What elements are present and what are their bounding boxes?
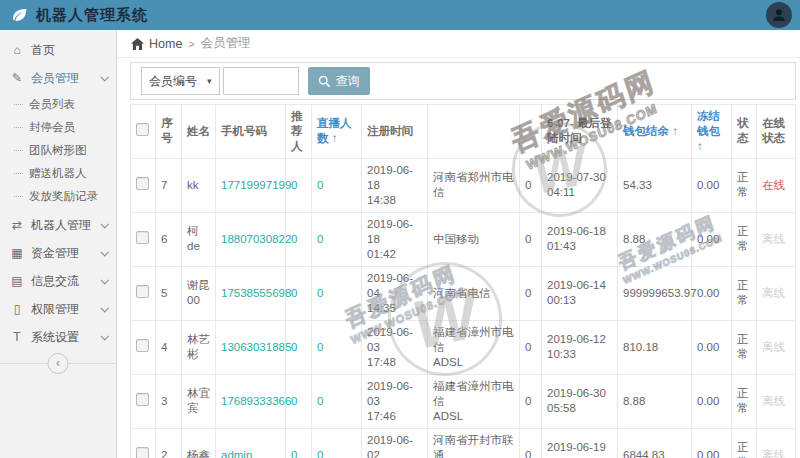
cell-link-referrer[interactable]: 0 bbox=[291, 395, 297, 407]
row-checkbox[interactable] bbox=[136, 393, 149, 406]
cell-link-referrer[interactable]: 0 bbox=[291, 233, 297, 245]
sidebar-item-label: 机器人管理 bbox=[31, 217, 91, 234]
select-all-checkbox[interactable] bbox=[136, 123, 149, 136]
row-checkbox[interactable] bbox=[136, 177, 149, 190]
search-input[interactable] bbox=[223, 67, 299, 95]
cell-location: 中国移动 bbox=[428, 212, 520, 266]
sidebar-item-permissions[interactable]: ▯权限管理 bbox=[0, 295, 116, 323]
cell-name: 柯de bbox=[182, 212, 216, 266]
cell-name: 谢昆00 bbox=[182, 266, 216, 320]
cell-reg: 2019-06-1801:42 bbox=[362, 212, 428, 266]
cell-link-live[interactable]: 0 bbox=[317, 341, 323, 353]
cell-name: 林艺彬 bbox=[182, 320, 216, 374]
cell-wallet: 999999653.97 bbox=[618, 266, 692, 320]
cell-reg: 2019-06-0317:46 bbox=[362, 374, 428, 428]
user-avatar[interactable] bbox=[766, 2, 792, 28]
sidebar-subitem-reward-record[interactable]: 发放奖励记录 bbox=[0, 185, 116, 208]
cell-link-live[interactable]: 0 bbox=[317, 287, 323, 299]
col-wallet[interactable]: 钱包结余 ↑ bbox=[618, 105, 692, 159]
sidebar-subitem-member-list[interactable]: 会员列表 bbox=[0, 93, 116, 116]
sidebar-subitem-team-tree[interactable]: 团队树形图 bbox=[0, 139, 116, 162]
table-row: 6柯de18807030822002019-06-1801:42中国移动0201… bbox=[131, 212, 796, 266]
col-label-status: 状态 bbox=[737, 117, 749, 144]
cell-link-live[interactable]: 0 bbox=[317, 449, 323, 458]
cell-link-referrer[interactable]: 0 bbox=[291, 341, 297, 353]
query-button[interactable]: 查询 bbox=[308, 67, 370, 95]
cell-check bbox=[131, 158, 156, 212]
cell-frozen: 0.00 bbox=[692, 320, 732, 374]
cell-frozen: 0.00 bbox=[692, 428, 732, 458]
row-checkbox[interactable] bbox=[136, 285, 149, 298]
topbar: 机器人管理系统 bbox=[0, 0, 800, 30]
search-type-select[interactable]: 会员编号 ▾ bbox=[141, 67, 220, 95]
search-panel: 会员编号 ▾ 查询 bbox=[130, 62, 796, 100]
cell-line: 2019-06-30 bbox=[547, 386, 613, 401]
cell-online: 离线 bbox=[757, 320, 796, 374]
cell-live: 0 bbox=[312, 320, 362, 374]
col-reg: 注册时间 bbox=[362, 105, 428, 159]
sidebar-item-label: 首页 bbox=[31, 42, 55, 59]
row-checkbox[interactable] bbox=[136, 447, 149, 458]
col-label-phone: 手机号码 bbox=[221, 125, 267, 137]
cell-link-phone[interactable]: 18807030822 bbox=[221, 233, 291, 245]
sidebar-collapse-button[interactable]: ‹ bbox=[48, 353, 69, 374]
person-icon bbox=[771, 7, 787, 23]
table-row: 2杨鑫admin002019-06-0211:10河南省开封市联通ADSL020… bbox=[131, 428, 796, 458]
sidebar-item-label: 资金管理 bbox=[31, 245, 79, 262]
chevron-down-icon bbox=[100, 276, 108, 284]
cell-status: 正常 bbox=[732, 212, 757, 266]
cell-line: 2019-07-30 bbox=[547, 170, 613, 185]
chevron-down-icon bbox=[100, 73, 108, 81]
sidebar-item-funds[interactable]: ▦资金管理 bbox=[0, 239, 116, 267]
cell-link-phone[interactable]: 13063031885 bbox=[221, 341, 291, 353]
cell-link-referrer[interactable]: 0 bbox=[291, 449, 297, 458]
sidebar-item-messages[interactable]: ▤信息交流 bbox=[0, 267, 116, 295]
row-checkbox[interactable] bbox=[136, 339, 149, 352]
cell-link-phone[interactable]: admin bbox=[221, 449, 252, 458]
col-check[interactable] bbox=[131, 105, 156, 159]
cell-link-phone[interactable]: 17719997199 bbox=[221, 179, 291, 191]
cell-phone: 17689333366 bbox=[216, 374, 286, 428]
cell-referrer: 0 bbox=[286, 428, 312, 458]
table-row: 4林艺彬13063031885002019-06-0317:48福建省漳州市电信… bbox=[131, 320, 796, 374]
cell-line: 福建省漳州市电信 bbox=[433, 379, 515, 409]
cell-check bbox=[131, 320, 156, 374]
col-phone: 手机号码 bbox=[216, 105, 286, 159]
cell-location: 河南省电信 bbox=[428, 266, 520, 320]
row-checkbox[interactable] bbox=[136, 231, 149, 244]
col-frozen[interactable]: 冻结钱包 ↑ bbox=[692, 105, 732, 159]
sidebar-subitem-ban-member[interactable]: 封停会员 bbox=[0, 116, 116, 139]
cell-link-phone[interactable]: 17689333366 bbox=[221, 395, 291, 407]
online-status-badge: 离线 bbox=[762, 233, 785, 245]
breadcrumb-separator: > bbox=[188, 38, 194, 50]
table-header-row: 序号姓名手机号码推荐人直播人数 ↑注册时间6-07- 最后登陆时间钱包结余 ↑冻… bbox=[131, 105, 796, 159]
col-label-referrer: 推荐人 bbox=[291, 110, 303, 152]
cell-status: 正常 bbox=[732, 266, 757, 320]
cell-link-live[interactable]: 0 bbox=[317, 395, 323, 407]
cell-link-live[interactable]: 0 bbox=[317, 179, 323, 191]
col-live[interactable]: 直播人数 ↑ bbox=[312, 105, 362, 159]
cell-wallet: 6844.83 bbox=[618, 428, 692, 458]
cell-status: 正常 bbox=[732, 428, 757, 458]
cell-live: 0 bbox=[312, 374, 362, 428]
breadcrumb-home-link[interactable]: Home bbox=[131, 37, 182, 51]
sidebar-item-home[interactable]: ⌂首页 bbox=[0, 36, 116, 64]
sidebar-item-settings[interactable]: T系统设置 bbox=[0, 323, 116, 351]
cell-link-phone[interactable]: 17538555698 bbox=[221, 287, 291, 299]
col-label-name: 姓名 bbox=[187, 125, 210, 137]
cell-link-referrer[interactable]: 0 bbox=[291, 287, 297, 299]
members-table: 序号姓名手机号码推荐人直播人数 ↑注册时间6-07- 最后登陆时间钱包结余 ↑冻… bbox=[130, 104, 796, 458]
sidebar-subitem-gift-robot[interactable]: 赠送机器人 bbox=[0, 162, 116, 185]
col-status: 状态 bbox=[732, 105, 757, 159]
cell-online: 离线 bbox=[757, 374, 796, 428]
cell-link-referrer[interactable]: 0 bbox=[291, 179, 297, 191]
sidebar-item-member[interactable]: ✎会员管理 bbox=[0, 64, 116, 92]
cell-link-live[interactable]: 0 bbox=[317, 233, 323, 245]
sidebar-item-label: 权限管理 bbox=[31, 301, 79, 318]
sidebar-item-robot[interactable]: ⇄机器人管理 bbox=[0, 211, 116, 239]
cell-no: 6 bbox=[156, 212, 182, 266]
cell-wallet: 8.88 bbox=[618, 212, 692, 266]
cell-reg: 2019-06-0211:10 bbox=[362, 428, 428, 458]
sidebar-subitem-label: 封停会员 bbox=[29, 120, 75, 135]
text-icon: T bbox=[10, 330, 24, 344]
